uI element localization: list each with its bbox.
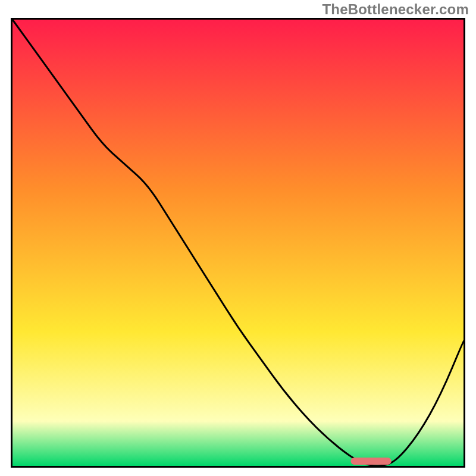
watermark-text: TheBottlenecker.com bbox=[322, 1, 469, 18]
chart-stage: TheBottlenecker.com bbox=[0, 0, 476, 476]
highlight-min-range bbox=[351, 458, 392, 465]
gradient-background bbox=[12, 20, 464, 466]
plot-area bbox=[11, 18, 465, 468]
plot-svg bbox=[11, 18, 465, 468]
